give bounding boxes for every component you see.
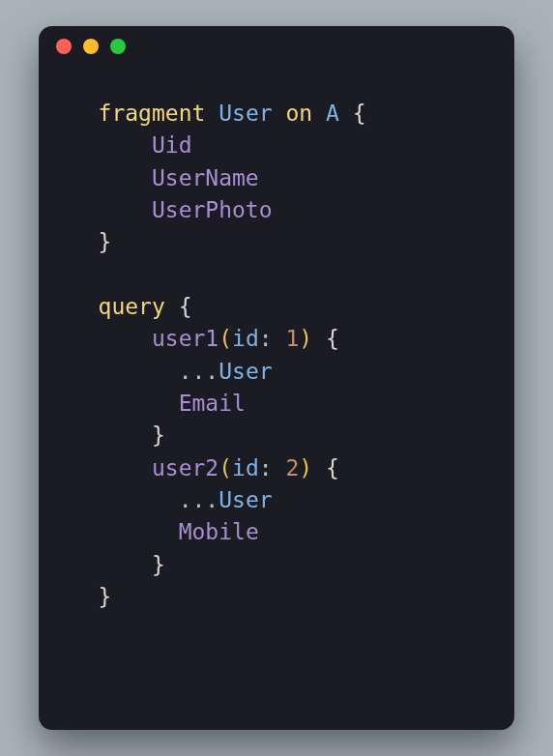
line-9: ...User	[58, 359, 273, 384]
line-3: UserName	[58, 165, 259, 190]
field-user2: user2	[152, 455, 218, 480]
stage: fragment User on A { Uid UserName UserPh…	[0, 0, 553, 756]
spread-dots: ...	[179, 487, 219, 512]
spread-name: User	[218, 487, 272, 512]
colon: :	[259, 455, 273, 480]
line-16: }	[58, 584, 111, 609]
field-user1: user1	[152, 326, 218, 351]
arg-key: id	[232, 326, 259, 351]
brace-close: }	[152, 422, 165, 448]
field: Mobile	[179, 519, 259, 544]
line-13: ...User	[58, 487, 273, 512]
code-window: fragment User on A { Uid UserName UserPh…	[39, 26, 514, 730]
field: Uid	[152, 132, 192, 158]
line-7: query {	[58, 294, 192, 319]
fragment-name: User	[218, 101, 272, 126]
minimize-icon[interactable]	[83, 39, 99, 54]
brace-open: {	[179, 294, 192, 319]
line-2: Uid	[58, 132, 191, 158]
line-10: Email	[58, 391, 246, 416]
brace-close: }	[99, 584, 112, 609]
field: UserName	[152, 165, 259, 190]
line-14: Mobile	[58, 519, 259, 544]
brace-open: {	[353, 101, 366, 126]
arg-value: 2	[285, 455, 299, 480]
brace-close: }	[152, 552, 165, 577]
paren-close: )	[299, 455, 312, 480]
brace-open: {	[326, 455, 339, 480]
code-block: fragment User on A { Uid UserName UserPh…	[39, 67, 514, 730]
arg-value: 1	[285, 326, 299, 351]
line-15: }	[58, 552, 165, 577]
line-5: }	[58, 229, 111, 254]
brace-close: }	[99, 229, 112, 254]
brace-open: {	[326, 326, 339, 351]
field: UserPhoto	[152, 197, 273, 222]
paren-open: (	[218, 326, 232, 351]
line-12: user2(id: 2) {	[58, 455, 339, 480]
spread-dots: ...	[179, 359, 219, 384]
line-11: }	[58, 422, 165, 448]
line-1: fragment User on A {	[58, 101, 366, 126]
type-name: A	[326, 101, 339, 126]
line-4: UserPhoto	[58, 197, 273, 222]
paren-open: (	[218, 455, 232, 480]
keyword-on: on	[285, 101, 312, 126]
keyword-fragment: fragment	[99, 101, 206, 126]
paren-close: )	[299, 326, 312, 351]
close-icon[interactable]	[56, 39, 72, 54]
colon: :	[259, 326, 273, 351]
window-titlebar	[39, 26, 514, 67]
arg-key: id	[232, 455, 259, 480]
field: Email	[179, 391, 246, 416]
zoom-icon[interactable]	[110, 39, 126, 54]
line-8: user1(id: 1) {	[58, 326, 339, 351]
spread-name: User	[218, 359, 272, 384]
keyword-query: query	[99, 294, 165, 319]
